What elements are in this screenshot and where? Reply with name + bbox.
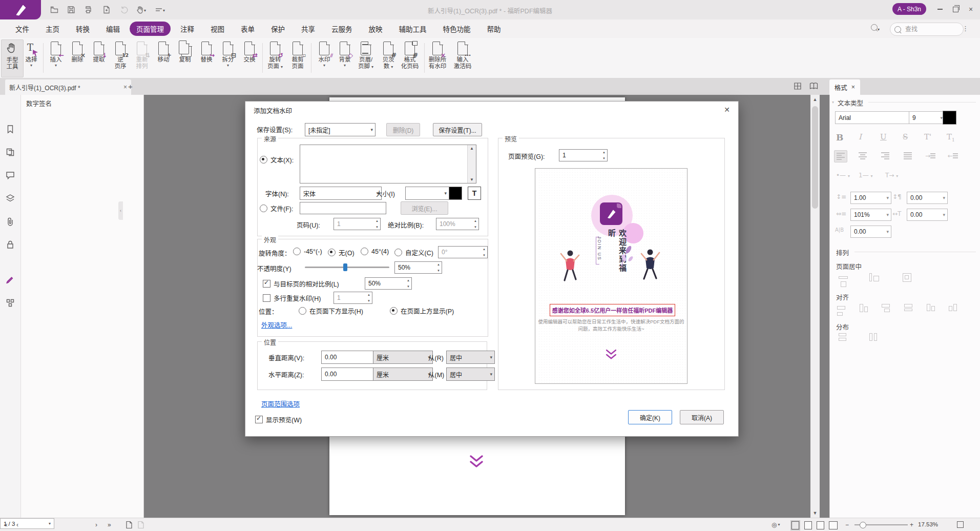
horizontal-unit-combobox[interactable]: 厘米 bbox=[373, 367, 433, 381]
panel-font-combobox[interactable]: Arial bbox=[835, 111, 915, 124]
opacity-slider[interactable] bbox=[305, 267, 389, 268]
vertical-unit-combobox[interactable]: 厘米 bbox=[373, 351, 433, 364]
text-radio[interactable] bbox=[260, 156, 267, 164]
bookmarks-icon[interactable] bbox=[6, 125, 15, 134]
multiline-spinner[interactable]: 1 bbox=[333, 292, 372, 304]
file-radio[interactable] bbox=[260, 205, 267, 212]
align-justify-icon[interactable] bbox=[902, 150, 914, 161]
menu-item-features[interactable]: 特色功能 bbox=[436, 22, 477, 36]
toolbar-button-rearrange[interactable]: ⇅ 重新 排列 bbox=[131, 39, 153, 76]
rotation-custom-radio-row[interactable]: 自定义(C) bbox=[394, 248, 433, 257]
last-page-icon[interactable]: » bbox=[108, 521, 111, 529]
page-preview-spinner[interactable]: 1 bbox=[559, 149, 608, 161]
toolbar-button-delete-page[interactable]: × 删除 bbox=[67, 39, 88, 76]
rotation-custom-radio[interactable] bbox=[394, 249, 402, 256]
rotation-neg45-radio-row[interactable]: -45°(-) bbox=[293, 248, 322, 255]
toolbar-button-split[interactable]: ⊟ 拆分 ▾ bbox=[217, 39, 239, 76]
underline-icon[interactable]: U bbox=[880, 132, 887, 141]
toolbar-button-swap[interactable]: ⇄ 交换 bbox=[239, 39, 260, 76]
toolbar-button-insert-page[interactable]: ← 插入 ▾ bbox=[45, 39, 67, 76]
toolbar-button-remove-watermark[interactable]: × 删除所 有水印 bbox=[427, 39, 448, 76]
distribute-horizontal-icon[interactable] bbox=[869, 333, 877, 342]
dialog-close-icon[interactable]: ✕ bbox=[722, 105, 732, 115]
fit-page-icon[interactable] bbox=[957, 521, 964, 528]
text-radio-row[interactable]: 文本(X): bbox=[260, 155, 294, 165]
text-color-swatch[interactable] bbox=[449, 187, 462, 200]
toolbar-button-reverse-order[interactable]: 12 逆 页序 bbox=[110, 39, 131, 76]
save-settings-button[interactable]: 保存设置(T)... bbox=[433, 123, 482, 136]
watermark-text-area[interactable]: ▲▼ bbox=[300, 145, 476, 183]
toolbar-button-bates-number[interactable]: # 贝茨 数 ▾ bbox=[378, 39, 399, 76]
rotation-45-radio[interactable] bbox=[361, 248, 368, 255]
strikethrough-icon[interactable]: S bbox=[903, 132, 908, 141]
rotation-none-radio-row[interactable]: 无(O) bbox=[328, 248, 355, 257]
horizontal-anchor-combobox[interactable]: 居中 bbox=[446, 367, 495, 381]
toolbar-button-background[interactable]: ◇ 背景 ▾ bbox=[334, 39, 356, 76]
multiline-checkbox[interactable] bbox=[263, 294, 270, 302]
superscript-icon[interactable]: T' bbox=[924, 132, 931, 141]
single-page-layout-icon[interactable] bbox=[791, 521, 799, 529]
scrollbar-thumb[interactable] bbox=[812, 106, 818, 209]
rotation-custom-spinner[interactable]: 0° bbox=[438, 246, 488, 258]
opacity-slider-handle[interactable] bbox=[343, 263, 347, 271]
security-icon[interactable] bbox=[6, 240, 15, 249]
file-radio-row[interactable]: 文件(F): bbox=[260, 203, 293, 213]
read-mode-icon[interactable] bbox=[809, 82, 818, 92]
ok-button[interactable]: 确定(K) bbox=[628, 410, 672, 424]
menu-item-share[interactable]: 共享 bbox=[295, 22, 322, 36]
clipboard-icon[interactable] bbox=[137, 521, 144, 530]
zoom-slider-handle[interactable] bbox=[860, 522, 866, 528]
thumbnail-view-icon[interactable] bbox=[794, 82, 802, 92]
align-left-icon[interactable] bbox=[834, 150, 847, 162]
show-preview-checkbox[interactable] bbox=[255, 416, 263, 423]
toolbar-button-crop-page[interactable]: ▫ 裁剪 页面 bbox=[287, 39, 308, 76]
page-indicator-box[interactable]: 1 / 3 ▾ bbox=[0, 518, 54, 529]
multiline-check-row[interactable]: 多行重复水印(H) bbox=[263, 293, 321, 303]
browse-button[interactable]: 浏览(E)... bbox=[401, 201, 448, 215]
view-mode-icon[interactable]: ◎▾ bbox=[772, 521, 780, 529]
digital-signature-icon[interactable] bbox=[6, 274, 15, 283]
page-number-spinner[interactable]: 1 bbox=[333, 218, 381, 230]
relative-scale-checkbox[interactable] bbox=[263, 280, 270, 288]
align-right-icon[interactable] bbox=[879, 150, 891, 161]
text-style-button[interactable]: T bbox=[468, 187, 481, 200]
center-vertical-icon[interactable] bbox=[869, 273, 879, 283]
vertical-scrollbar[interactable]: ▲ ▼ bbox=[810, 95, 820, 518]
subscript-icon[interactable]: T1 bbox=[947, 132, 955, 142]
toolbar-button-header-footer[interactable]: 页眉/ 页脚 ▾ bbox=[355, 39, 377, 76]
toolbar-button-rotate-page[interactable]: ↺ 旋转 页面 ▾ bbox=[264, 39, 286, 76]
show-preview-check-row[interactable]: 显示预览(W) bbox=[255, 415, 302, 424]
menu-item-protect[interactable]: 保护 bbox=[264, 22, 291, 36]
toolbar-button-select[interactable]: T 选择 ▾ bbox=[20, 39, 42, 76]
toolbar-button-extract-page[interactable]: ↓ 提取 bbox=[88, 39, 110, 76]
numbered-list-icon[interactable]: 1— ▾ bbox=[859, 172, 872, 179]
menu-item-home[interactable]: 主页 bbox=[39, 22, 66, 36]
paragraph-spacing-combobox[interactable]: 0.00 bbox=[907, 192, 948, 204]
font-combobox[interactable]: 宋体 bbox=[300, 187, 382, 200]
snapshot-icon[interactable] bbox=[126, 521, 133, 530]
distribute-vertical-icon[interactable] bbox=[839, 333, 846, 341]
user-badge[interactable]: A - Sh3n bbox=[892, 3, 926, 15]
menu-item-cloud[interactable]: 云服务 bbox=[325, 22, 359, 36]
below-page-radio-row[interactable]: 在页面下方显示(H) bbox=[299, 306, 363, 316]
zoom-percentage[interactable]: 17.53% bbox=[918, 521, 938, 527]
page-range-options-link[interactable]: 页面范围选项 bbox=[261, 399, 300, 409]
toolbar-button-activation-code[interactable]: ⋯ 输入 激活码 bbox=[452, 39, 473, 76]
scroll-up-icon[interactable]: ▲ bbox=[468, 146, 476, 151]
minimize-button[interactable] bbox=[933, 4, 947, 14]
menu-item-help[interactable]: 帮助 bbox=[481, 22, 508, 36]
line-spacing-combobox[interactable]: 1.00 bbox=[850, 192, 891, 204]
rotation-45-radio-row[interactable]: 45°(4) bbox=[361, 248, 389, 255]
cancel-button[interactable]: 取消(A) bbox=[680, 410, 724, 424]
bullet-list-icon[interactable]: •— ▾ bbox=[836, 172, 850, 179]
menu-item-present[interactable]: 放映 bbox=[362, 22, 389, 36]
word-spacing-combobox[interactable]: 0.00 bbox=[850, 226, 891, 238]
page-thumbnails-icon[interactable] bbox=[6, 148, 15, 157]
format-panel-tab[interactable]: 格式 × bbox=[829, 79, 860, 95]
textarea-scrollbar[interactable]: ▲▼ bbox=[467, 145, 476, 183]
panel-color-swatch[interactable] bbox=[943, 111, 956, 125]
comments-icon[interactable] bbox=[6, 171, 15, 180]
menu-item-edit[interactable]: 编辑 bbox=[99, 22, 127, 36]
layers-icon[interactable] bbox=[6, 194, 15, 203]
appearance-options-link[interactable]: 外观选项... bbox=[261, 320, 292, 330]
